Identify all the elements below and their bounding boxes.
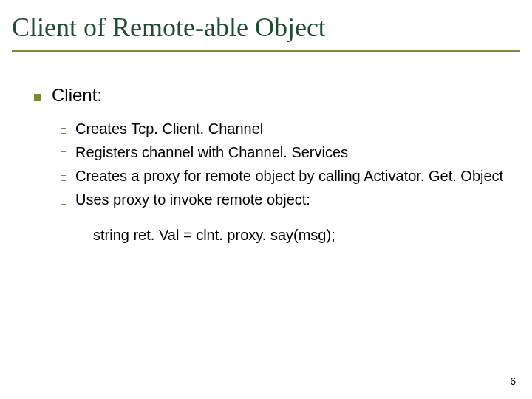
bullet-level-2-text: Uses proxy to invoke remote object: (75, 190, 310, 209)
bullet-level-2: Uses proxy to invoke remote object: (61, 190, 513, 209)
slide: Client of Remote-able Object Client: Cre… (0, 0, 532, 399)
sub-bullet-group: Creates Tcp. Client. Channel Registers c… (34, 119, 513, 209)
hollow-square-bullet-icon (61, 151, 66, 157)
page-number: 6 (510, 375, 516, 387)
bullet-level-2: Creates a proxy for remote object by cal… (61, 166, 513, 185)
bullet-level-2-text: Creates a proxy for remote object by cal… (75, 166, 503, 185)
hollow-square-bullet-icon (61, 199, 66, 205)
bullet-level-1: Client: (34, 85, 513, 106)
bullet-level-2-text: Creates Tcp. Client. Channel (75, 119, 263, 138)
square-bullet-icon (34, 94, 41, 101)
hollow-square-bullet-icon (61, 128, 66, 134)
bullet-level-2-text: Registers channel with Channel. Services (75, 143, 348, 162)
slide-body: Client: Creates Tcp. Client. Channel Reg… (12, 52, 520, 244)
slide-title: Client of Remote-able Object (12, 9, 520, 52)
bullet-level-1-text: Client: (52, 85, 102, 106)
bullet-level-2: Creates Tcp. Client. Channel (61, 119, 513, 138)
bullet-level-2: Registers channel with Channel. Services (61, 143, 513, 162)
code-snippet: string ret. Val = clnt. proxy. say(msg); (34, 227, 513, 244)
hollow-square-bullet-icon (61, 175, 66, 181)
